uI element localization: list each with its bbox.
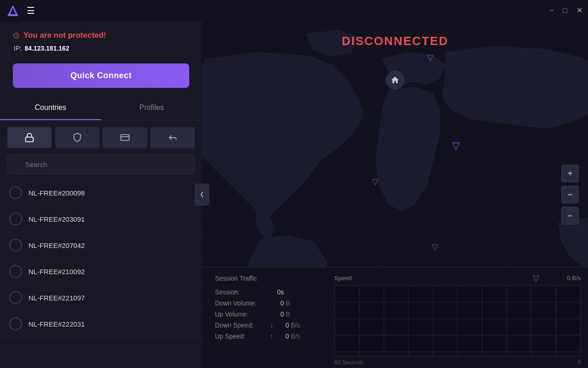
bottom-panel: Session Traffic Session: 0s Down Volume:… — [202, 267, 588, 368]
up-volume-row: Up Volume: 0 B — [215, 310, 318, 318]
graph-footer: 60 Seconds 0 — [334, 359, 581, 366]
tabs-area: Countries Profiles — [0, 96, 202, 121]
maximize-button[interactable]: □ — [563, 7, 567, 14]
minimize-button[interactable]: − — [549, 7, 554, 14]
server-status-indicator — [9, 239, 22, 252]
session-label: Session: — [215, 288, 270, 296]
list-item[interactable]: NL-FREE#210092 — [0, 259, 202, 285]
speed-graph-value: 0 B/s — [567, 275, 581, 282]
filter-arrow-button[interactable] — [151, 127, 195, 148]
down-speed-row: Down Speed: ↓ 0 B/s — [215, 322, 318, 329]
server-status-indicator — [9, 291, 22, 304]
server-status-indicator — [9, 317, 22, 330]
server-name: NL-FREE#210092 — [28, 268, 85, 276]
up-arrow-icon: ↑ — [270, 333, 273, 340]
titlebar-controls: − □ ✕ — [549, 7, 582, 14]
ip-address: 84.123.181.162 — [25, 45, 69, 52]
server-name: NL-FREE#200098 — [28, 189, 85, 197]
session-traffic-panel: Session Traffic Session: 0s Down Volume:… — [202, 267, 331, 368]
server-name: NL-FREE#203091 — [28, 215, 85, 223]
down-speed-value: 0 — [275, 322, 289, 329]
up-volume-unit: B — [286, 310, 290, 318]
list-item[interactable]: NL-FREE#207042 — [0, 232, 202, 259]
speed-graph-label: Speed — [334, 275, 352, 282]
graph-end-value: 0 — [577, 359, 581, 366]
speed-graph-area — [334, 285, 581, 356]
ip-label: IP: — [14, 45, 22, 52]
hamburger-menu-icon[interactable]: ☰ — [27, 5, 35, 16]
server-status-indicator — [9, 265, 22, 278]
titlebar: ☰ − □ ✕ — [0, 0, 588, 21]
svg-rect-3 — [121, 135, 129, 141]
svg-rect-2 — [26, 137, 34, 142]
filter-lock-button[interactable] — [7, 127, 51, 148]
graph-grid-svg — [335, 286, 580, 356]
down-volume-unit: B — [286, 299, 290, 307]
search-wrapper — [7, 155, 195, 174]
home-location-pin — [386, 71, 404, 89]
search-area — [0, 155, 202, 180]
zoom-controls: + − − — [561, 165, 579, 224]
up-speed-unit: B/s — [291, 333, 300, 340]
server-status-indicator — [9, 213, 22, 225]
up-speed-label: Up Speed: — [215, 333, 270, 340]
quick-connect-button[interactable]: Quick Connect — [13, 63, 189, 88]
map-marker-bottom2: ▽ — [533, 273, 539, 283]
close-button[interactable]: ✕ — [577, 7, 582, 14]
not-protected-banner: ⊙ You are not protected! — [13, 30, 189, 40]
server-status-indicator — [9, 186, 22, 199]
collapse-panel-button[interactable] — [195, 184, 209, 206]
titlebar-left: ☰ — [6, 3, 35, 18]
down-arrow-icon: ↓ — [270, 322, 273, 329]
list-item[interactable]: NL-FREE#222031 — [0, 311, 202, 337]
app-logo — [6, 3, 20, 18]
session-traffic-title: Session Traffic — [215, 275, 318, 282]
map-marker-bottom: ▽ — [432, 242, 438, 252]
graph-time-label: 60 Seconds — [334, 359, 363, 366]
tab-countries[interactable]: Countries — [0, 96, 101, 120]
warning-icon: ⊙ — [13, 30, 20, 40]
quick-connect-area: Quick Connect — [0, 59, 202, 96]
server-list: NL-FREE#200098 NL-FREE#203091 NL-FREE#20… — [0, 180, 202, 368]
main-layout: ⊙ You are not protected! IP: 84.123.181.… — [0, 21, 588, 368]
up-speed-value: 0 — [275, 333, 289, 340]
filter-shield-button[interactable] — [55, 127, 99, 148]
zoom-in-button[interactable]: + — [561, 165, 579, 182]
down-speed-label: Down Speed: — [215, 322, 270, 329]
down-volume-label: Down Volume: — [215, 299, 270, 307]
search-input[interactable] — [7, 155, 195, 174]
map-marker-mid: ▽ — [372, 177, 379, 187]
map-marker-top: ▽ — [427, 52, 434, 63]
filter-card-button[interactable] — [103, 127, 147, 148]
tab-profiles[interactable]: Profiles — [101, 96, 202, 120]
up-volume-label: Up Volume: — [215, 310, 270, 318]
zoom-out-button[interactable]: − — [561, 186, 579, 203]
up-speed-row: Up Speed: ↑ 0 B/s — [215, 333, 318, 340]
list-item[interactable]: NL-FREE#221097 — [0, 285, 202, 311]
speed-graph-header: Speed 0 B/s — [334, 275, 581, 282]
list-item[interactable]: NL-FREE#200098 — [0, 180, 202, 206]
session-row: Session: 0s — [215, 288, 318, 296]
speed-graph-panel: Speed 0 B/s — [331, 267, 588, 368]
left-panel: ⊙ You are not protected! IP: 84.123.181.… — [0, 21, 202, 368]
server-name: NL-FREE#221097 — [28, 294, 85, 302]
server-name: NL-FREE#207042 — [28, 242, 85, 249]
right-panel: DISCONNECTED — [202, 21, 588, 368]
filter-area — [0, 121, 202, 155]
down-volume-row: Down Volume: 0 B — [215, 299, 318, 307]
status-area: ⊙ You are not protected! IP: 84.123.181.… — [0, 21, 202, 59]
zoom-reset-button[interactable]: − — [561, 207, 579, 224]
ip-display: IP: 84.123.181.162 — [13, 44, 189, 52]
up-volume-value: 0 — [270, 310, 284, 318]
session-value: 0s — [270, 288, 284, 296]
map-marker-center: ▽ — [452, 140, 460, 152]
connection-status-label: DISCONNECTED — [342, 34, 448, 48]
server-name: NL-FREE#222031 — [28, 320, 85, 328]
not-protected-text: You are not protected! — [23, 31, 106, 40]
list-item[interactable]: NL-FREE#203091 — [0, 206, 202, 232]
down-speed-unit: B/s — [291, 322, 300, 329]
down-volume-value: 0 — [270, 299, 284, 307]
